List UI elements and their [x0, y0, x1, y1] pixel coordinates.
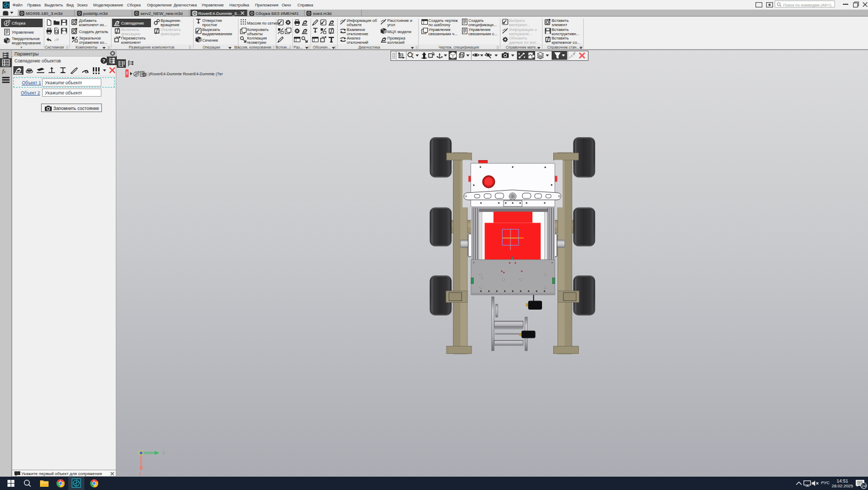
svg-text:Y: Y: [162, 451, 165, 456]
svg-text:!: !: [412, 52, 413, 56]
svg-text:?: ?: [102, 58, 106, 64]
svg-text:24: 24: [862, 484, 866, 488]
svg-text:X: X: [139, 471, 142, 477]
